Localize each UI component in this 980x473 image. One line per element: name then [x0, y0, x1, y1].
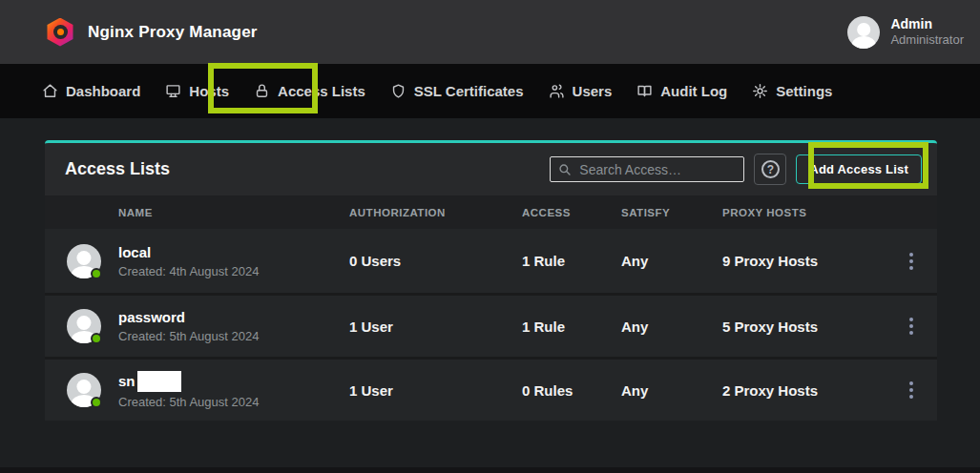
table-row[interactable]: password Created: 5th August 2024 1 User…: [45, 293, 937, 357]
row-avatar: [67, 309, 101, 343]
users-icon: [549, 83, 565, 99]
row-actions-menu-icon[interactable]: [904, 247, 919, 276]
access-list-name: sn: [118, 373, 136, 389]
nav-item-access-lists[interactable]: Access Lists: [241, 64, 378, 118]
status-dot: [91, 268, 102, 279]
brand: Nginx Proxy Manager: [46, 18, 258, 47]
access-lists-panel: Access Lists ? Add Access List NAME AUTH…: [45, 140, 937, 421]
created-date: Created: 4th August 2024: [118, 264, 349, 278]
page-title: Access Lists: [65, 159, 170, 179]
proxy-hosts-value: 2 Proxy Hosts: [722, 382, 885, 399]
table-header: NAME AUTHORIZATION ACCESS SATISFY PROXY …: [45, 195, 937, 229]
table-row[interactable]: sn Created: 5th August 2024 1 User 0 Rul…: [45, 357, 937, 421]
col-access: ACCESS: [522, 207, 621, 218]
status-dot: [91, 333, 102, 344]
col-authorization: AUTHORIZATION: [349, 207, 522, 218]
table-row[interactable]: local Created: 4th August 2024 0 Users 1…: [45, 229, 937, 293]
nav-label: Hosts: [189, 83, 229, 99]
nav-label: Audit Log: [660, 83, 727, 99]
authorization-value: 0 Users: [349, 253, 522, 269]
lock-icon: [254, 83, 270, 99]
nav-label: Settings: [776, 83, 832, 99]
row-avatar: [67, 244, 101, 278]
proxy-hosts-value: 5 Proxy Hosts: [722, 319, 885, 335]
add-access-list-button[interactable]: Add Access List: [796, 154, 922, 184]
nav-item-dashboard[interactable]: Dashboard: [30, 64, 153, 118]
col-satisfy: SATISFY: [621, 207, 722, 218]
access-value: 1 Rule: [522, 319, 621, 335]
nav-item-ssl-certificates[interactable]: SSL Certificates: [378, 64, 536, 118]
user-avatar: [847, 16, 880, 49]
panel-controls: ? Add Access List: [550, 154, 922, 185]
page-body: Access Lists ? Add Access List NAME AUTH…: [0, 118, 980, 473]
access-list-name: password: [118, 309, 349, 326]
search-input[interactable]: [579, 162, 736, 177]
created-date: Created: 5th August 2024: [118, 395, 349, 409]
nav-item-settings[interactable]: Settings: [740, 64, 844, 118]
nav-label: Access Lists: [278, 83, 365, 99]
redaction-box: [137, 371, 181, 392]
gear-icon: [752, 83, 768, 99]
book-icon: [636, 83, 653, 99]
nav-label: Users: [573, 83, 613, 99]
access-value: 1 Rule: [522, 253, 621, 269]
user-menu[interactable]: Admin Administrator: [847, 16, 964, 49]
user-name: Admin: [890, 16, 964, 33]
satisfy-value: Any: [621, 382, 722, 399]
panel-header: Access Lists ? Add Access List: [45, 143, 937, 195]
app-logo-icon: [46, 18, 74, 47]
access-value: 0 Rules: [522, 382, 621, 399]
row-avatar: [67, 373, 101, 407]
help-button[interactable]: ?: [754, 154, 786, 185]
col-name: NAME: [118, 207, 349, 218]
proxy-hosts-value: 9 Proxy Hosts: [722, 253, 885, 269]
authorization-value: 1 User: [349, 319, 522, 335]
satisfy-value: Any: [621, 253, 722, 269]
search-icon: [558, 163, 572, 176]
nav-item-users[interactable]: Users: [536, 64, 625, 118]
row-actions-menu-icon[interactable]: [904, 376, 919, 404]
app-title: Nginx Proxy Manager: [88, 23, 258, 42]
status-dot: [91, 397, 102, 408]
shield-icon: [390, 83, 407, 99]
nav-label: SSL Certificates: [414, 83, 524, 99]
main-nav: Dashboard Hosts Access Lists SSL Certifi…: [0, 64, 980, 118]
window-bottom-edge: [0, 467, 980, 473]
satisfy-value: Any: [621, 319, 722, 335]
top-header: Nginx Proxy Manager Admin Administrator: [0, 0, 980, 64]
row-actions-menu-icon[interactable]: [904, 312, 919, 340]
home-icon: [42, 83, 58, 99]
authorization-value: 1 User: [349, 382, 522, 399]
monitor-icon: [165, 83, 181, 99]
nav-item-hosts[interactable]: Hosts: [153, 64, 241, 118]
help-icon: ?: [761, 160, 780, 178]
access-list-name: local: [118, 244, 349, 261]
nav-label: Dashboard: [66, 83, 140, 99]
created-date: Created: 5th August 2024: [118, 329, 349, 343]
user-role: Administrator: [890, 32, 964, 48]
col-proxy-hosts: PROXY HOSTS: [722, 207, 885, 218]
search-box: [550, 156, 744, 182]
nav-item-audit-log[interactable]: Audit Log: [624, 64, 740, 118]
